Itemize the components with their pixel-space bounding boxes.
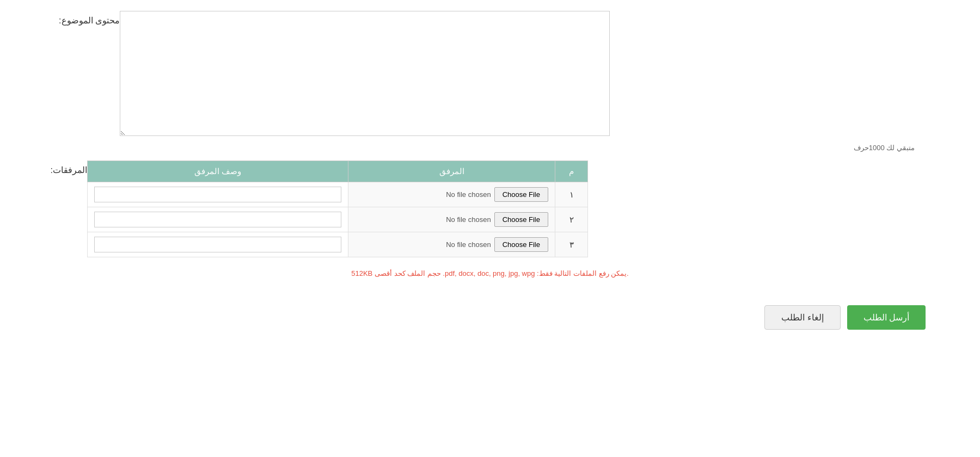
attachments-table: م المرفق وصف المرفق ١No file chosenChoos… <box>87 160 588 257</box>
content-textarea[interactable] <box>120 11 610 136</box>
file-cell: No file chosenChoose File <box>348 182 555 207</box>
desc-cell <box>88 232 348 257</box>
attachments-label: المرفقات: <box>33 160 87 175</box>
no-file-text: No file chosen <box>446 190 491 199</box>
submit-button[interactable]: أرسل الطلب <box>847 305 926 330</box>
choose-file-button-1[interactable]: Choose File <box>494 187 548 202</box>
file-note: .يمكن رفع الملفات التالية فقط: pdf, docx… <box>351 269 629 277</box>
desc-input-2[interactable] <box>94 212 341 227</box>
cancel-button[interactable]: إلغاء الطلب <box>764 305 840 330</box>
row-number: ٣ <box>555 232 588 257</box>
desc-cell <box>88 207 348 232</box>
desc-input-3[interactable] <box>94 237 341 252</box>
row-number: ١ <box>555 182 588 207</box>
table-row: ٢No file chosenChoose File <box>88 207 588 232</box>
col-header-num: م <box>555 161 588 182</box>
content-label: محتوى الموضوع: <box>33 11 120 26</box>
col-header-desc: وصف المرفق <box>88 161 348 182</box>
table-row: ١No file chosenChoose File <box>88 182 588 207</box>
col-header-file: المرفق <box>348 161 555 182</box>
file-cell: No file chosenChoose File <box>348 207 555 232</box>
table-row: ٣No file chosenChoose File <box>88 232 588 257</box>
char-count-text: متبقي لك 1000حرف <box>854 144 915 152</box>
choose-file-button-3[interactable]: Choose File <box>494 237 548 252</box>
choose-file-button-2[interactable]: Choose File <box>494 212 548 227</box>
desc-cell <box>88 182 348 207</box>
no-file-text: No file chosen <box>446 215 491 224</box>
no-file-text: No file chosen <box>446 240 491 249</box>
row-number: ٢ <box>555 207 588 232</box>
desc-input-1[interactable] <box>94 187 341 202</box>
file-cell: No file chosenChoose File <box>348 232 555 257</box>
